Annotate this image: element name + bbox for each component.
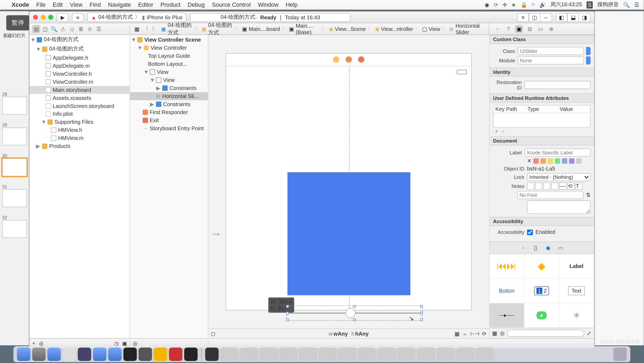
assistant-editor-button[interactable]: ◫: [529, 13, 540, 21]
jump-seg-0[interactable]: 04-绘图的方式: [168, 21, 193, 37]
outline-view2[interactable]: View: [163, 77, 175, 83]
module-field[interactable]: [518, 56, 584, 64]
media-library-tab[interactable]: ▭: [557, 244, 565, 252]
outline-constraints[interactable]: Constraints: [169, 85, 196, 91]
menu-product[interactable]: Product: [160, 1, 181, 8]
scheme-selector[interactable]: ▲ 04-绘图的方式 〉 ▮ iPhone 6s Plus: [87, 13, 186, 22]
stop-button[interactable]: ■: [72, 13, 83, 21]
menubar-clock[interactable]: 周六16:43:25: [550, 1, 582, 8]
status-volume-icon[interactable]: 🔊: [539, 2, 546, 8]
macos-dock[interactable]: [13, 346, 630, 362]
interface-builder-canvas[interactable]: → W: 300.0 H: 30.0: [208, 35, 489, 338]
outline-view[interactable]: View: [157, 69, 169, 75]
nav-root[interactable]: 04-绘图的方式: [44, 36, 78, 43]
macos-menubar[interactable]: Xcode File Edit View Find Navigate Edito…: [0, 0, 644, 10]
report-navigator-tab[interactable]: ☰: [95, 25, 103, 33]
zoom-button[interactable]: [48, 15, 53, 20]
dock-min14[interactable]: [476, 347, 494, 361]
dock-finder[interactable]: [17, 347, 30, 361]
lib-item-switch[interactable]: ●: [524, 303, 559, 328]
scm-filter-button[interactable]: ▣: [122, 340, 127, 346]
dock-app[interactable]: [108, 347, 122, 361]
notes-format-buttons[interactable]: —⟲T: [527, 183, 583, 190]
nav-file[interactable]: HMView.h: [58, 127, 82, 133]
dock-app2[interactable]: [169, 347, 182, 361]
recent-filter-button[interactable]: ◷: [114, 340, 119, 346]
status-sync-icon[interactable]: ⟳: [494, 2, 498, 8]
dock-min13[interactable]: [456, 347, 474, 361]
dock-quicktime[interactable]: [205, 347, 219, 361]
pause-overlay-badge[interactable]: 暂停: [6, 15, 30, 31]
slider-thumb[interactable]: [346, 308, 356, 318]
document-outline[interactable]: ▼View Controller Scene ▼View Controller …: [130, 35, 208, 338]
custom-view[interactable]: [287, 172, 410, 295]
editor-mode-segmented[interactable]: ≡ ◫ ↔: [517, 13, 552, 21]
nav-file[interactable]: AppDelegate.m: [53, 63, 90, 69]
remove-attr-button[interactable]: −: [500, 128, 507, 135]
nav-file[interactable]: AppDelegate.h: [53, 55, 88, 61]
file-inspector-tab[interactable]: ▫: [493, 25, 502, 33]
class-field[interactable]: [518, 47, 584, 55]
resolve-button[interactable]: ⟳: [482, 330, 486, 336]
lib-item-textfield[interactable]: Text: [559, 279, 594, 303]
find-navigator-tab[interactable]: 🔍: [50, 25, 58, 33]
lib-item[interactable]: ⏮⏭: [489, 254, 524, 279]
breakpoint-navigator-tab[interactable]: ⎚: [86, 25, 94, 33]
status-camera-icon[interactable]: ◉: [485, 2, 489, 8]
outline-entry[interactable]: Storyboard Entry Point: [150, 125, 204, 131]
lib-item-activity[interactable]: ✳: [559, 303, 594, 328]
dock-terminal[interactable]: [123, 347, 137, 361]
dock-min3[interactable]: [260, 347, 278, 361]
nav-group[interactable]: 04-绘图的方式: [49, 45, 84, 53]
nav-file[interactable]: HMView.m: [58, 135, 84, 141]
nav-file[interactable]: Info.plist: [53, 111, 73, 117]
scene-header[interactable]: [226, 53, 471, 66]
dock-safari[interactable]: [47, 347, 61, 361]
menu-edit[interactable]: Edit: [53, 1, 63, 8]
wany[interactable]: wAny: [334, 330, 348, 336]
dock-imovie[interactable]: [78, 347, 91, 361]
object-library-tab[interactable]: ◉: [544, 244, 552, 252]
jump-seg-6[interactable]: View: [429, 26, 440, 32]
menu-file[interactable]: File: [36, 1, 46, 8]
dock-xcode[interactable]: [93, 347, 107, 361]
outline-bottom[interactable]: Bottom Layout...: [148, 61, 187, 67]
menu-editor[interactable]: Editor: [138, 1, 153, 8]
horizontal-slider[interactable]: [287, 306, 422, 320]
app-menu[interactable]: Xcode: [12, 1, 29, 8]
jump-seg-3[interactable]: Main....(Base): [296, 23, 320, 35]
run-button[interactable]: ▶: [57, 13, 68, 21]
version-editor-button[interactable]: ↔: [540, 13, 552, 21]
status-bluetooth-icon[interactable]: ∗: [511, 2, 516, 8]
jump-seg-1[interactable]: 04-绘图的方式: [208, 21, 233, 37]
outline-exit[interactable]: Exit: [150, 117, 159, 123]
nav-supporting[interactable]: Supporting Files: [54, 119, 93, 125]
connections-inspector-tab[interactable]: ⊕: [547, 25, 555, 33]
dock-min9[interactable]: [378, 347, 396, 361]
library-expand-button[interactable]: ⤢: [587, 330, 591, 336]
dock-min7[interactable]: [338, 347, 356, 361]
nav-file[interactable]: ViewController.m: [53, 79, 93, 85]
spotlight-icon[interactable]: 🔍: [623, 2, 630, 8]
dock-min1[interactable]: [220, 347, 238, 361]
lib-item-slider[interactable]: ─●──: [489, 303, 524, 328]
jump-back-button[interactable]: 〈: [141, 25, 150, 32]
label-color-picker[interactable]: ✕: [527, 158, 581, 164]
outline-first-responder[interactable]: First Responder: [150, 109, 188, 115]
minimize-button[interactable]: [41, 15, 46, 20]
size-inspector-tab[interactable]: ▭: [536, 25, 544, 33]
outline-scene[interactable]: View Controller Scene: [144, 37, 201, 43]
library-tab-bar[interactable]: ▫ {} ◉ ▭: [489, 242, 594, 254]
jump-seg-5[interactable]: View...ntroller: [381, 26, 413, 32]
notification-center-icon[interactable]: ☰: [634, 2, 639, 8]
toggle-outline-button[interactable]: ◻: [211, 330, 215, 336]
dock-trash[interactable]: [613, 347, 627, 361]
menu-help[interactable]: Help: [286, 1, 298, 8]
outline-constraints2[interactable]: Constraints: [163, 101, 190, 107]
close-button[interactable]: [33, 15, 38, 20]
grid-view-button[interactable]: ▦: [492, 330, 497, 336]
file-template-tab[interactable]: ▫: [519, 244, 527, 252]
project-navigator-tab[interactable]: ▤: [32, 25, 40, 33]
project-navigator[interactable]: ▼04-绘图的方式 ▼04-绘图的方式 AppDelegate.h AppDel…: [30, 35, 130, 338]
nav-file[interactable]: ViewController.h: [53, 71, 92, 77]
